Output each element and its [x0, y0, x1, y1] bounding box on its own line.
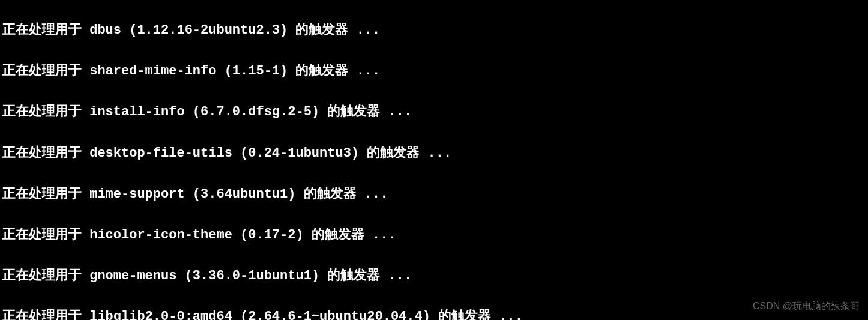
line-package: desktop-file-utils (0.24-1ubuntu3) [89, 146, 359, 161]
line-prefix: 正在处理用于 [2, 268, 89, 283]
terminal-line: 正在处理用于 desktop-file-utils (0.24-1ubuntu3… [2, 143, 866, 164]
line-prefix: 正在处理用于 [2, 228, 89, 243]
terminal-line: 正在处理用于 hicolor-icon-theme (0.17-2) 的触发器 … [2, 225, 866, 246]
terminal-line: 正在处理用于 dbus (1.12.16-2ubuntu2.3) 的触发器 ..… [2, 20, 866, 41]
line-prefix: 正在处理用于 [2, 146, 89, 161]
line-suffix: 的触发器 ... [319, 268, 412, 283]
line-suffix: 的触发器 ... [288, 64, 380, 79]
line-package: hicolor-icon-theme (0.17-2) [89, 228, 303, 243]
line-prefix: 正在处理用于 [2, 64, 89, 79]
terminal-line: 正在处理用于 gnome-menus (3.36.0-1ubuntu1) 的触发… [2, 266, 866, 286]
line-package: libglib2.0-0:amd64 (2.64.6-1~ubuntu20.04… [89, 309, 430, 320]
terminal-line: 正在处理用于 shared-mime-info (1.15-1) 的触发器 ..… [2, 61, 866, 82]
line-package: mime-support (3.64ubuntu1) [89, 187, 295, 202]
line-package: gnome-menus (3.36.0-1ubuntu1) [89, 268, 319, 283]
terminal-line: 正在处理用于 mime-support (3.64ubuntu1) 的触发器 .… [2, 184, 866, 205]
line-suffix: 的触发器 ... [359, 146, 451, 161]
line-package: shared-mime-info (1.15-1) [89, 64, 288, 79]
line-package: install-info (6.7.0.dfsg.2-5) [89, 104, 319, 119]
line-suffix: 的触发器 ... [295, 187, 388, 202]
line-package: dbus (1.12.16-2ubuntu2.3) [89, 23, 288, 38]
line-suffix: 的触发器 ... [430, 309, 523, 320]
line-suffix: 的触发器 ... [304, 228, 396, 243]
watermark-text: CSDN @玩电脑的辣条哥 [753, 299, 860, 314]
line-prefix: 正在处理用于 [2, 104, 89, 119]
terminal-line: 正在处理用于 install-info (6.7.0.dfsg.2-5) 的触发… [2, 102, 866, 122]
terminal-output: 正在处理用于 dbus (1.12.16-2ubuntu2.3) 的触发器 ..… [0, 0, 868, 320]
terminal-line: 正在处理用于 libglib2.0-0:amd64 (2.64.6-1~ubun… [2, 307, 866, 320]
line-suffix: 的触发器 ... [288, 23, 380, 38]
line-suffix: 的触发器 ... [319, 104, 412, 119]
line-prefix: 正在处理用于 [2, 309, 89, 320]
line-prefix: 正在处理用于 [2, 23, 89, 38]
line-prefix: 正在处理用于 [2, 187, 89, 202]
